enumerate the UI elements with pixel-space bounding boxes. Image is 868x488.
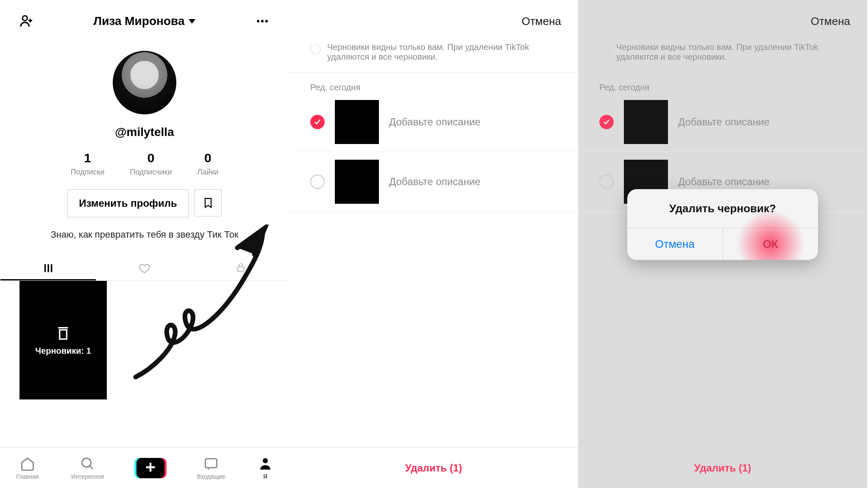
draft-description: Добавьте описание [678, 176, 770, 188]
drafts-section-header: Ред. сегодня [289, 72, 578, 92]
drafts-footer: Удалить (1) [578, 447, 867, 488]
svg-rect-9 [206, 459, 217, 468]
tab-private[interactable] [193, 257, 289, 280]
profile-handle: @milytella [0, 125, 289, 139]
smile-icon [599, 44, 609, 54]
draft-description: Добавьте описание [678, 116, 770, 128]
avatar[interactable] [113, 51, 176, 114]
draft-thumbnail [624, 100, 668, 144]
tab-liked[interactable] [97, 257, 192, 280]
nav-discover[interactable]: Интересное [71, 456, 104, 480]
svg-point-3 [265, 20, 268, 22]
stat-subscriptions[interactable]: 1 Подписки [71, 151, 105, 177]
drafts-screen: Отмена Черновики видны только вам. При у… [289, 0, 578, 488]
svg-point-0 [22, 16, 27, 20]
nav-create[interactable] [136, 458, 164, 478]
tab-grid[interactable] [0, 257, 96, 280]
profile-bio: Знаю, как превратить тебя в звезду Тик Т… [0, 229, 289, 240]
dialog-ok-button[interactable]: ОК [723, 228, 818, 260]
draft-thumbnail [335, 100, 379, 144]
draft-item[interactable]: Добавьте описание [289, 152, 578, 212]
drafts-confirm-screen: Отмена Черновики видны только вам. При у… [578, 0, 867, 488]
svg-rect-5 [47, 264, 49, 272]
svg-point-2 [261, 20, 264, 22]
draft-description: Добавьте описание [389, 176, 481, 188]
nav-inbox[interactable]: Входящие [197, 456, 225, 480]
draft-item[interactable]: Добавьте описание [289, 92, 578, 152]
checkbox-on-icon[interactable] [599, 115, 614, 129]
drafts-header: Отмена [578, 0, 867, 42]
chevron-down-icon [189, 19, 195, 24]
svg-point-10 [263, 458, 268, 463]
drafts-header: Отмена [289, 0, 578, 42]
checkbox-on-icon[interactable] [310, 115, 325, 129]
confirm-dialog: Удалить черновик? Отмена ОК [627, 189, 818, 260]
dialog-buttons: Отмена ОК [627, 227, 818, 260]
dialog-ok-label: ОК [763, 237, 778, 250]
stat-followers[interactable]: 0 Подписчики [130, 151, 172, 177]
draft-description: Добавьте описание [389, 116, 481, 128]
svg-point-1 [257, 20, 259, 22]
edit-profile-button[interactable]: Изменить профиль [67, 189, 189, 217]
profile-screen: Лиза Миронова @milytella 1 Подписки 0 По… [0, 0, 289, 488]
draft-item[interactable]: Добавьте описание [578, 92, 867, 152]
profile-stats: 1 Подписки 0 Подписчики 0 Лайки [0, 151, 289, 177]
profile-tabs [0, 257, 289, 281]
checkbox-off-icon[interactable] [599, 175, 614, 189]
stat-likes[interactable]: 0 Лайки [198, 151, 219, 177]
drafts-notice-text: Черновики видны только вам. При удалении… [327, 42, 557, 62]
add-user-icon[interactable] [17, 11, 36, 31]
bottom-nav: Главная Интересное Входящие Я [0, 447, 289, 488]
dialog-title: Удалить черновик? [627, 189, 818, 227]
svg-rect-7 [238, 267, 244, 272]
drafts-tile-label: Черновики: 1 [35, 346, 91, 356]
drafts-footer: Удалить (1) [289, 447, 578, 488]
checkbox-off-icon[interactable] [310, 175, 325, 189]
profile-display-name: Лиза Миронова [94, 14, 185, 28]
draft-thumbnail [335, 160, 379, 204]
cancel-button[interactable]: Отмена [522, 15, 561, 28]
posts-grid: Черновики: 1 [0, 281, 289, 399]
profile-actions: Изменить профиль [0, 189, 289, 217]
bookmark-button[interactable] [195, 189, 222, 216]
cancel-button[interactable]: Отмена [811, 15, 850, 28]
drafts-notice-text: Черновики видны только вам. При удалении… [616, 42, 846, 62]
nav-me[interactable]: Я [258, 456, 273, 480]
delete-button[interactable]: Удалить (1) [405, 462, 462, 474]
svg-point-8 [82, 458, 91, 467]
drafts-notice: Черновики видны только вам. При удалении… [578, 42, 867, 72]
drafts-tile[interactable]: Черновики: 1 [19, 281, 107, 399]
dialog-cancel-button[interactable]: Отмена [627, 228, 723, 260]
smile-icon [310, 44, 320, 54]
plus-icon [136, 458, 164, 478]
svg-rect-4 [44, 264, 46, 272]
delete-button[interactable]: Удалить (1) [694, 462, 751, 474]
profile-header: Лиза Миронова [0, 0, 289, 42]
profile-name-dropdown[interactable]: Лиза Миронова [94, 14, 196, 28]
more-icon[interactable] [253, 11, 272, 31]
nav-home[interactable]: Главная [16, 456, 39, 480]
svg-rect-6 [50, 264, 52, 272]
drafts-section-header: Ред. сегодня [578, 72, 867, 92]
drafts-notice: Черновики видны только вам. При удалении… [289, 42, 578, 72]
